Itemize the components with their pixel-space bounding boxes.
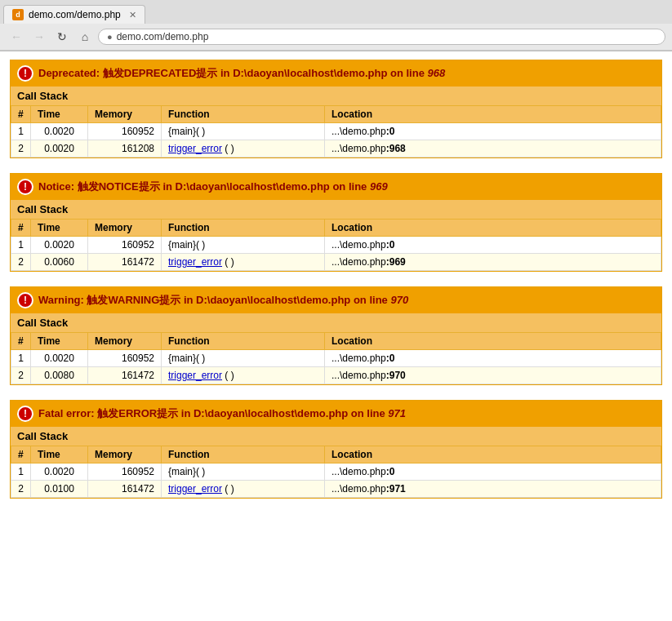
cell-time: 0.0020 (31, 123, 88, 140)
cell-num: 1 (11, 123, 31, 140)
table-header-row: # Time Memory Function Location (11, 333, 661, 350)
call-stack-header-notice: Call Stack (11, 200, 661, 219)
cell-location: ...\demo.php:971 (325, 481, 661, 498)
col-header-num: # (11, 446, 31, 464)
call-stack-header-deprecated: Call Stack (11, 86, 661, 105)
cell-memory: 161472 (88, 254, 162, 271)
forward-button[interactable]: → (29, 27, 49, 47)
table-header-row: # Time Memory Function Location (11, 220, 661, 237)
cell-time: 0.0020 (31, 350, 88, 367)
error-type-deprecated: Deprecated: 触发DEPRECATED提示 in D:\daoyan\… (38, 66, 445, 81)
cell-num: 1 (11, 237, 31, 254)
col-header-memory: Memory (88, 333, 162, 350)
trigger-error-link[interactable]: trigger_error (168, 370, 222, 381)
cell-memory: 160952 (88, 123, 162, 140)
call-stack-table-warning: # Time Memory Function Location 1 0.0020… (11, 332, 661, 384)
error-header-fatal: ! Fatal error: 触发ERROR提示 in D:\daoyan\lo… (11, 401, 661, 427)
col-header-time: Time (31, 333, 88, 350)
table-row: 1 0.0020 160952 {main}( ) ...\demo.php:0 (11, 237, 661, 254)
col-header-time: Time (31, 446, 88, 464)
browser-toolbar: ← → ↻ ⌂ ● demo.com/demo.php (0, 24, 672, 51)
cell-time: 0.0020 (31, 237, 88, 254)
cell-memory: 160952 (88, 350, 162, 367)
back-button[interactable]: ← (7, 27, 26, 47)
cell-memory: 160952 (88, 464, 162, 481)
home-button[interactable]: ⌂ (75, 27, 95, 47)
cell-num: 1 (11, 350, 31, 367)
table-header-row: # Time Memory Function Location (11, 446, 661, 464)
cell-function: {main}( ) (162, 123, 325, 140)
col-header-location: Location (325, 333, 661, 350)
cell-memory: 160952 (88, 237, 162, 254)
col-header-memory: Memory (88, 220, 162, 237)
cell-time: 0.0020 (31, 464, 88, 481)
refresh-button[interactable]: ↻ (52, 27, 72, 47)
cell-memory: 161208 (88, 140, 162, 157)
error-block-fatal: ! Fatal error: 触发ERROR提示 in D:\daoyan\lo… (10, 400, 662, 499)
tab-favicon: d (12, 9, 24, 20)
col-header-function: Function (162, 220, 325, 237)
tab-label: demo.com/demo.php (29, 9, 121, 20)
col-header-function: Function (162, 446, 325, 464)
table-header-row: # Time Memory Function Location (11, 106, 661, 123)
cell-num: 2 (11, 140, 31, 157)
trigger-error-link[interactable]: trigger_error (168, 483, 222, 495)
cell-function: trigger_error ( ) (162, 140, 325, 157)
col-header-memory: Memory (88, 106, 162, 123)
tab-bar: d demo.com/demo.php ✕ (0, 0, 672, 24)
col-header-memory: Memory (88, 446, 162, 464)
cell-function: {main}( ) (162, 464, 325, 481)
col-header-num: # (11, 106, 31, 123)
cell-function: trigger_error ( ) (162, 367, 325, 384)
col-header-num: # (11, 333, 31, 350)
call-stack-header-fatal: Call Stack (11, 427, 661, 446)
browser-chrome: d demo.com/demo.php ✕ ← → ↻ ⌂ ● demo.com… (0, 0, 672, 51)
col-header-function: Function (162, 333, 325, 350)
error-block-notice: ! Notice: 触发NOTICE提示 in D:\daoyan\localh… (10, 173, 662, 272)
error-icon-notice: ! (17, 179, 33, 195)
col-header-function: Function (162, 106, 325, 123)
error-icon-warning: ! (17, 292, 33, 308)
cell-function: trigger_error ( ) (162, 481, 325, 498)
cell-location: ...\demo.php:0 (325, 123, 661, 140)
cell-time: 0.0060 (31, 254, 88, 271)
table-row: 2 0.0020 161208 trigger_error ( ) ...\de… (11, 140, 661, 157)
trigger-error-link[interactable]: trigger_error (168, 143, 222, 154)
error-type-warning: Warning: 触发WARNING提示 in D:\daoyan\localh… (38, 293, 408, 308)
cell-num: 2 (11, 481, 31, 498)
browser-tab[interactable]: d demo.com/demo.php ✕ (3, 5, 145, 24)
error-icon-deprecated: ! (17, 65, 33, 82)
lock-icon: ● (107, 32, 113, 42)
table-row: 2 0.0060 161472 trigger_error ( ) ...\de… (11, 254, 661, 271)
cell-time: 0.0080 (31, 367, 88, 384)
cell-time: 0.0020 (31, 140, 88, 157)
address-bar[interactable]: ● demo.com/demo.php (98, 29, 665, 45)
address-text: demo.com/demo.php (117, 31, 209, 42)
col-header-location: Location (325, 106, 661, 123)
table-row: 1 0.0020 160952 {main}( ) ...\demo.php:0 (11, 350, 661, 367)
col-header-num: # (11, 220, 31, 237)
col-header-time: Time (31, 220, 88, 237)
call-stack-table-notice: # Time Memory Function Location 1 0.0020… (11, 219, 661, 271)
call-stack-table-fatal: # Time Memory Function Location 1 0.0020… (11, 446, 661, 498)
cell-location: ...\demo.php:969 (325, 254, 661, 271)
col-header-time: Time (31, 106, 88, 123)
cell-location: ...\demo.php:0 (325, 350, 661, 367)
error-header-deprecated: ! Deprecated: 触发DEPRECATED提示 in D:\daoya… (11, 60, 661, 86)
error-type-notice: Notice: 触发NOTICE提示 in D:\daoyan\localhos… (38, 180, 388, 194)
cell-time: 0.0100 (31, 481, 88, 498)
cell-location: ...\demo.php:970 (325, 367, 661, 384)
tab-close-button[interactable]: ✕ (129, 10, 136, 20)
error-block-warning: ! Warning: 触发WARNING提示 in D:\daoyan\loca… (10, 286, 662, 385)
error-header-warning: ! Warning: 触发WARNING提示 in D:\daoyan\loca… (11, 287, 661, 313)
cell-num: 2 (11, 367, 31, 384)
table-row: 2 0.0100 161472 trigger_error ( ) ...\de… (11, 481, 661, 498)
cell-function: {main}( ) (162, 237, 325, 254)
table-row: 2 0.0080 161472 trigger_error ( ) ...\de… (11, 367, 661, 384)
cell-num: 2 (11, 254, 31, 271)
trigger-error-link[interactable]: trigger_error (168, 256, 222, 268)
error-block-deprecated: ! Deprecated: 触发DEPRECATED提示 in D:\daoya… (10, 60, 662, 158)
error-type-fatal: Fatal error: 触发ERROR提示 in D:\daoyan\loca… (38, 406, 406, 421)
page-content: ! Deprecated: 触发DEPRECATED提示 in D:\daoya… (0, 51, 672, 621)
cell-num: 1 (11, 464, 31, 481)
